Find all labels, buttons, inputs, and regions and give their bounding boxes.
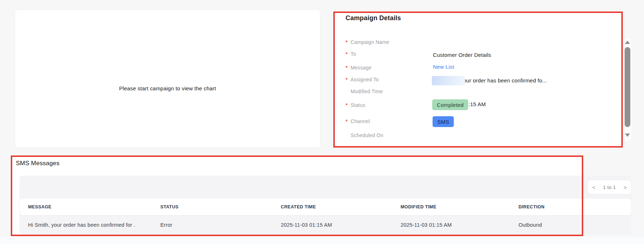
- field-label: Modified Time: [351, 89, 383, 94]
- field-label: Scheduled On: [351, 132, 383, 138]
- required-asterisk: *: [346, 65, 351, 71]
- column-header-message[interactable]: MESSAGE: [28, 204, 51, 209]
- field-label: Message: [351, 65, 371, 71]
- scroll-up-icon[interactable]: [625, 41, 630, 44]
- required-asterisk: *: [346, 118, 351, 124]
- field-campaign-name: * Campaign Name: [346, 39, 389, 46]
- assigned-to-redacted-value: [432, 76, 465, 85]
- pagination: < 1 to 1 >: [588, 180, 631, 194]
- field-message: * Message: [346, 64, 371, 71]
- sms-messages-title: SMS Messages: [16, 160, 59, 167]
- required-asterisk: *: [346, 102, 351, 108]
- chart-panel: Please start campaign to view the chart: [15, 10, 320, 148]
- pagination-range: 1 to 1: [603, 185, 616, 190]
- campaign-details-panel: Campaign Details * Campaign Name Custome…: [333, 12, 623, 148]
- campaign-name-value: Customer Order Details: [433, 52, 491, 58]
- field-label: Status: [351, 102, 365, 108]
- required-asterisk: *: [346, 51, 351, 57]
- table-cell-direction[interactable]: Outbound: [519, 222, 542, 228]
- field-label: To: [351, 51, 356, 57]
- page-bottom-strip: [0, 237, 644, 244]
- column-header-modified-time[interactable]: MODIFIED TIME: [401, 204, 437, 209]
- column-header-status[interactable]: STATUS: [160, 204, 179, 209]
- table-cell-created-time[interactable]: 2025-11-03 01:15 AM: [281, 222, 332, 228]
- field-modified-time: * Modified Time: [346, 88, 383, 95]
- required-asterisk: *: [346, 39, 351, 45]
- chart-placeholder-text: Please start campaign to view the chart: [15, 85, 320, 91]
- required-asterisk: *: [346, 77, 351, 82]
- table-cell-modified-time[interactable]: 2025-11-03 01:15 AM: [401, 222, 452, 228]
- field-label: Campaign Name: [351, 39, 389, 45]
- table-cell-message[interactable]: Hi Smith, your order has been confirmed …: [28, 222, 135, 228]
- table-cell-status[interactable]: Error: [160, 222, 172, 228]
- column-header-direction[interactable]: DIRECTION: [519, 204, 544, 209]
- field-to: * To: [346, 50, 356, 58]
- field-label: Assigned To: [351, 77, 379, 82]
- chevron-right-icon[interactable]: >: [624, 185, 627, 190]
- campaign-details-title: Campaign Details: [346, 14, 401, 22]
- field-status: * Status: [346, 101, 365, 109]
- field-channel: * Channel: [346, 118, 370, 125]
- field-assigned-to: * Assigned To: [346, 76, 379, 83]
- field-label: Channel: [351, 118, 370, 124]
- to-list-link[interactable]: New List: [433, 64, 454, 70]
- status-badge: Completed: [432, 99, 468, 110]
- chevron-left-icon[interactable]: <: [592, 185, 595, 190]
- column-header-created-time[interactable]: CREATED TIME: [281, 204, 316, 209]
- channel-badge: SMS: [433, 116, 454, 127]
- scroll-down-icon[interactable]: [625, 134, 630, 137]
- field-scheduled-on: * Scheduled On: [346, 132, 383, 139]
- scrollbar-thumb[interactable]: [625, 47, 630, 127]
